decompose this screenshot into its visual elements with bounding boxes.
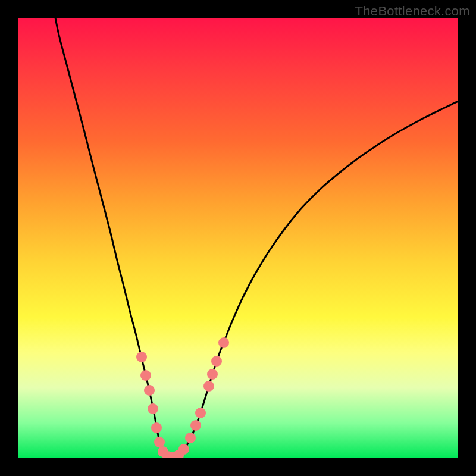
curve-marker [211,356,222,367]
curve-marker [207,369,218,380]
chart-container: TheBottleneck.com [0,0,476,476]
curve-marker [140,370,151,381]
curve-marker [148,403,158,414]
bottleneck-curve [55,18,458,458]
curve-marker [178,444,189,455]
curve-marker [154,437,165,447]
curve-marker [190,420,201,431]
curve-svg [18,18,458,458]
curve-marker [203,381,214,392]
curve-marker [144,385,155,396]
watermark-text: TheBottleneck.com [355,4,470,19]
curve-marker [151,422,162,433]
curve-marker [136,352,147,362]
curve-marker [185,433,196,443]
plot-area [18,18,458,458]
curve-marker [218,337,229,348]
curve-marker [195,408,206,418]
